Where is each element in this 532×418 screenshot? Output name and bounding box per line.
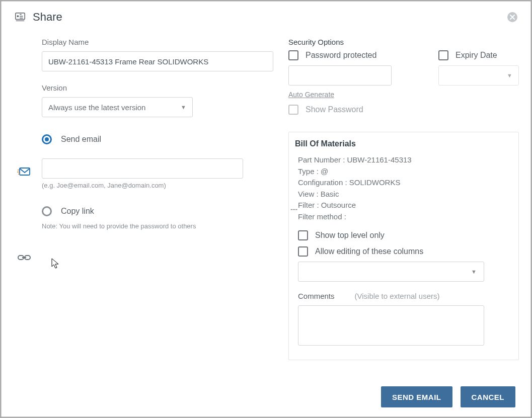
email-input[interactable] <box>42 158 243 179</box>
password-protected-label: Password protected <box>306 51 376 60</box>
chevron-down-icon: ▼ <box>507 72 512 78</box>
dialog-title: Share <box>33 11 62 24</box>
comments-hint: (Visible to external users) <box>355 292 440 300</box>
allow-edit-columns-label: Allow editing of these columns <box>315 247 423 256</box>
bom-part-number: Part Number : UBW-21161-45313 <box>298 154 509 166</box>
copy-link-radio[interactable] <box>42 206 52 216</box>
show-password-checkbox[interactable] <box>288 105 298 115</box>
share-icon <box>15 12 26 23</box>
edit-columns-select[interactable]: ▼ <box>298 262 484 282</box>
bom-heading: Bill Of Materials <box>295 139 509 148</box>
svg-rect-2 <box>20 168 30 175</box>
bom-type: Type : @ <box>298 166 509 178</box>
send-email-button[interactable]: SEND EMAIL <box>381 386 452 407</box>
version-select[interactable]: Always use the latest version ▼ <box>42 97 193 117</box>
bom-filter: Filter : Outsource <box>298 200 509 211</box>
comments-textarea[interactable] <box>298 305 484 346</box>
splitter-handle[interactable]: ┇ <box>290 208 297 210</box>
share-dialog: Share Display Name Version Always use th… <box>1 1 531 417</box>
copy-link-note: Note: You will need to provide the passw… <box>42 222 273 230</box>
display-name-label: Display Name <box>42 38 273 46</box>
version-value: Always use the latest version <box>48 103 145 112</box>
comments-label: Comments <box>298 292 335 300</box>
dialog-header: Share <box>2 2 530 28</box>
auto-generate-link[interactable]: Auto Generate <box>288 91 418 99</box>
security-heading: Security Options <box>288 38 519 46</box>
email-icon <box>16 165 33 178</box>
close-button[interactable] <box>507 12 517 22</box>
password-input[interactable] <box>288 65 392 86</box>
expiry-date-checkbox[interactable] <box>438 50 448 60</box>
dialog-footer: SEND EMAIL CANCEL <box>2 378 530 416</box>
bom-view: View : Basic <box>298 189 509 200</box>
expiry-date-select[interactable]: ▼ <box>438 65 519 86</box>
show-top-level-label: Show top level only <box>315 231 385 240</box>
display-name-input[interactable] <box>42 51 273 71</box>
link-icon <box>16 253 33 262</box>
chevron-down-icon: ▼ <box>471 269 477 275</box>
bom-filter-method: Filter method : <box>298 211 509 223</box>
email-hint: (e.g. Joe@email.com, Jane@domain.com) <box>42 182 273 189</box>
chevron-down-icon: ▼ <box>181 104 186 110</box>
version-label: Version <box>42 83 273 92</box>
svg-point-1 <box>17 15 19 17</box>
bom-config: Configuration : SOLIDWORKS <box>298 177 509 189</box>
expiry-date-label: Expiry Date <box>455 51 497 60</box>
cancel-button[interactable]: CANCEL <box>461 386 516 407</box>
allow-edit-columns-checkbox[interactable] <box>298 246 308 257</box>
cursor-icon <box>51 258 60 271</box>
send-email-radio[interactable] <box>42 134 52 144</box>
bom-panel: Bill Of Materials Part Number : UBW-2116… <box>288 132 519 360</box>
send-email-label: Send email <box>61 135 101 144</box>
show-password-label: Show Password <box>306 105 363 114</box>
password-protected-checkbox[interactable] <box>288 50 298 60</box>
show-top-level-checkbox[interactable] <box>298 230 308 240</box>
copy-link-label: Copy link <box>61 207 94 216</box>
